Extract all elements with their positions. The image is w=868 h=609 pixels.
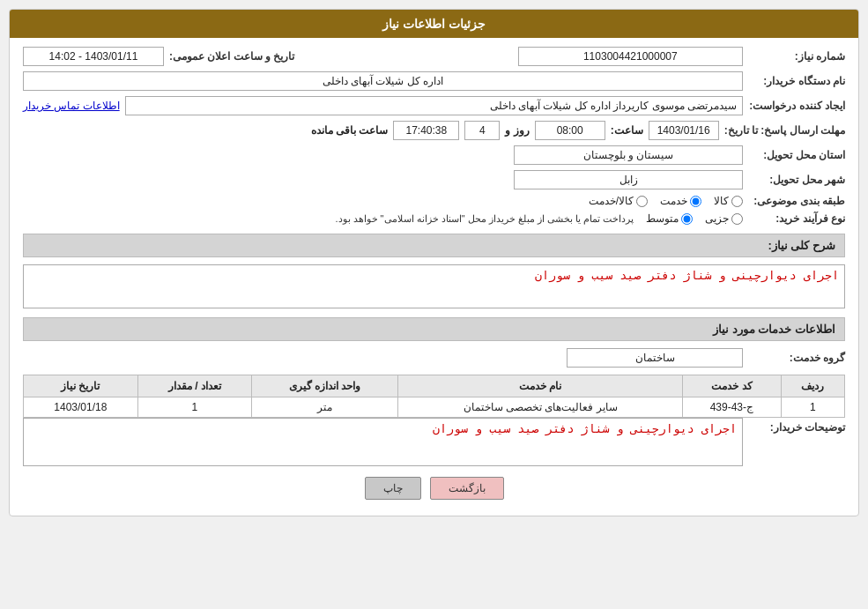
services-title: اطلاعات خدمات مورد نیاز: [713, 323, 835, 336]
shahr-row: شهر محل تحویل: زابل: [23, 170, 845, 189]
nam-dastgah-field: اداره کل شیلات آبهای داخلی: [23, 71, 743, 91]
mohlat-saat-field: 08:00: [535, 121, 605, 140]
card-body: شماره نیاز: 1103004421000007 تاریخ و ساع…: [10, 38, 858, 516]
tarikh-field: 1403/01/11 - 14:02: [23, 47, 164, 66]
tabaqe-radio-khedmat[interactable]: [690, 196, 701, 207]
cell-nam: سایر فعالیت‌های تخصصی ساختمان: [398, 397, 683, 418]
nam-dastgah-row: نام دستگاه خریدار: اداره کل شیلات آبهای …: [23, 71, 845, 91]
page-wrapper: جزئیات اطلاعات نیاز شماره نیاز: 11030044…: [0, 0, 868, 609]
shomara-niaz-field: 1103004421000007: [518, 47, 743, 66]
tabaqe-option-3[interactable]: کالا/خدمت: [589, 195, 648, 207]
cell-tarikh: 1403/01/18: [24, 397, 138, 418]
mohlat-mande-label: ساعت باقی مانده: [311, 124, 389, 137]
grooh-field: ساختمان: [567, 348, 743, 368]
tabaqe-option-1[interactable]: کالا: [714, 195, 743, 207]
col-radif: ردیف: [781, 375, 844, 397]
mohlat-saat-label: ساعت:: [611, 124, 643, 137]
tabaqe-kala-label: کالا: [714, 195, 729, 207]
sharh-field[interactable]: [23, 264, 845, 308]
btn-row: بازگشت چاپ: [23, 477, 845, 500]
shahr-field: زابل: [514, 170, 743, 189]
ettelaat-link[interactable]: اطلاعات تماس خریدار: [23, 100, 120, 112]
tabaqe-label: طبقه بندی موضوعی:: [748, 195, 845, 207]
sharh-row: [23, 264, 845, 308]
mohlat-mande-field: 17:40:38: [393, 121, 459, 140]
services-section-title: اطلاعات خدمات مورد نیاز: [23, 317, 845, 341]
cell-tedad: 1: [137, 397, 252, 418]
ijad-row: ایجاد کننده درخواست: سیدمرتضی موسوی کاری…: [23, 96, 845, 115]
sharh-section-title: شرح کلی نیاز:: [23, 234, 845, 257]
mohlat-label: مهلت ارسال پاسخ: تا تاریخ:: [724, 124, 845, 137]
back-button[interactable]: بازگشت: [430, 477, 504, 500]
col-tarikh: تاریخ نیاز: [24, 375, 138, 397]
grooh-row: گروه خدمت: ساختمان: [23, 348, 845, 368]
mohlat-date-field: 1403/01/16: [649, 121, 719, 140]
cell-vahed: متر: [252, 397, 398, 418]
sharh-label: شرح کلی نیاز:: [768, 239, 835, 252]
tabaqe-option-2[interactable]: خدمت: [660, 195, 701, 207]
noetype-option-1[interactable]: جزیی: [705, 212, 743, 225]
tozihat-label: توضیحات خریدار:: [748, 418, 845, 434]
tozihat-field[interactable]: [23, 418, 743, 466]
cell-radif: 1: [781, 397, 844, 418]
tabaqe-radio-kala-khedmat[interactable]: [636, 196, 648, 207]
mohlat-row: مهلت ارسال پاسخ: تا تاریخ: 1403/01/16 سا…: [23, 121, 845, 140]
noetype-option-2[interactable]: متوسط: [646, 212, 693, 225]
noetype-row: نوع فرآیند خرید: جزیی متوسط پرداخت تمام …: [23, 212, 845, 225]
table-header-row: ردیف کد خدمت نام خدمت واحد اندازه گیری ت…: [24, 375, 845, 397]
noetype-radio-group: جزیی متوسط پرداخت تمام یا بخشی از مبلغ خ…: [23, 212, 743, 225]
col-tedad: تعداد / مقدار: [137, 375, 252, 397]
noetype-motawaset-label: متوسط: [646, 212, 679, 225]
nam-dastgah-label: نام دستگاه خریدار:: [748, 75, 845, 87]
cell-kod: ج-43-439: [683, 397, 782, 418]
noetype-radio-motawaset[interactable]: [681, 213, 693, 225]
noetype-radio-jozi[interactable]: [731, 213, 743, 225]
ijad-label: ایجاد کننده درخواست:: [748, 100, 845, 112]
tabaqe-kala-khedmat-label: کالا/خدمت: [589, 195, 634, 207]
mohlat-roz-field: 4: [464, 121, 500, 140]
mohlat-roz-label: روز و: [505, 124, 529, 137]
tabaqe-radio-group: کالا خدمت کالا/خدمت: [23, 195, 743, 207]
tabaqe-khedmat-label: خدمت: [660, 195, 687, 207]
ostan-field: سیستان و بلوچستان: [514, 145, 743, 165]
ijad-field: سیدمرتضی موسوی کاریرداز اداره کل شیلات آ…: [125, 96, 743, 115]
table-row: 1ج-43-439سایر فعالیت‌های تخصصی ساختمانمت…: [24, 397, 845, 418]
ostan-row: استان محل تحویل: سیستان و بلوچستان: [23, 145, 845, 165]
tabaqe-row: طبقه بندی موضوعی: کالا خدمت کالا/خدمت: [23, 195, 845, 207]
card-header: جزئیات اطلاعات نیاز: [10, 10, 858, 38]
grooh-label: گروه خدمت:: [748, 352, 845, 364]
noetype-jozi-label: جزیی: [705, 212, 729, 225]
print-button[interactable]: چاپ: [365, 477, 421, 500]
ostan-label: استان محل تحویل:: [748, 149, 845, 161]
col-nam: نام خدمت: [398, 375, 683, 397]
col-kod: کد خدمت: [683, 375, 782, 397]
page-title: جزئیات اطلاعات نیاز: [382, 17, 486, 31]
noetype-note: پرداخت تمام یا بخشی از مبلغ خریداز محل "…: [335, 213, 634, 225]
shahr-label: شهر محل تحویل:: [748, 174, 845, 186]
tarikh-label: تاریخ و ساعت اعلان عمومی:: [169, 50, 294, 63]
tabaqe-radio-kala[interactable]: [731, 196, 743, 207]
main-card: جزئیات اطلاعات نیاز شماره نیاز: 11030044…: [9, 9, 859, 516]
noetype-label: نوع فرآیند خرید:: [748, 212, 845, 225]
shomara-row: شماره نیاز: 1103004421000007 تاریخ و ساع…: [23, 47, 845, 66]
col-vahed: واحد اندازه گیری: [252, 375, 398, 397]
services-table: ردیف کد خدمت نام خدمت واحد اندازه گیری ت…: [23, 375, 845, 418]
tozihat-row: توضیحات خریدار:: [23, 418, 845, 466]
shomara-niaz-label: شماره نیاز:: [748, 50, 845, 63]
